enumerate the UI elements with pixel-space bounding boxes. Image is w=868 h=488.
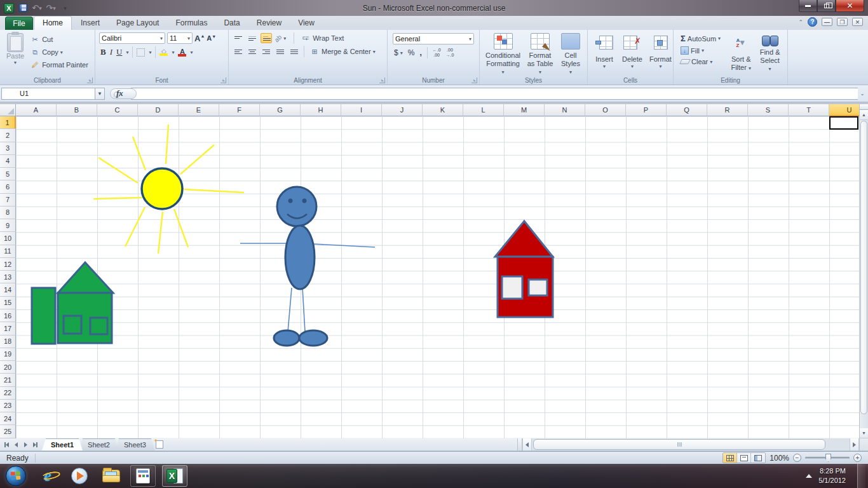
row-header-23[interactable]: 23 (0, 400, 16, 412)
start-button[interactable] (3, 465, 29, 487)
row-header-24[interactable]: 24 (0, 412, 16, 425)
font-family-select[interactable]: Calibri▾ (99, 32, 165, 44)
row-header-11[interactable]: 11 (0, 245, 16, 258)
font-color-button[interactable]: A (178, 48, 186, 57)
formula-input[interactable] (131, 88, 858, 100)
column-header-L[interactable]: L (463, 104, 504, 116)
horizontal-scroll-track[interactable] (532, 438, 850, 451)
tab-page-layout[interactable]: Page Layout (108, 17, 167, 30)
sort-filter-button[interactable]: AZ▼ Sort &Filter ▾ (727, 31, 755, 74)
column-header-A[interactable]: A (16, 104, 57, 116)
font-color-dropdown-icon[interactable]: ▾ (190, 50, 193, 55)
row-header-20[interactable]: 20 (0, 361, 16, 374)
next-sheet-button[interactable] (22, 440, 30, 449)
row-header-3[interactable]: 3 (0, 142, 16, 155)
merge-center-button[interactable]: ⊞Merge & Center▾ (309, 46, 376, 57)
tab-home[interactable]: Home (34, 16, 72, 30)
column-header-G[interactable]: G (260, 104, 301, 116)
number-dialog-launcher-icon[interactable] (471, 78, 477, 83)
name-box-dropdown-icon[interactable]: ▼ (95, 88, 105, 100)
cut-button[interactable]: ✂Cut (28, 34, 90, 45)
vertical-scrollbar[interactable]: ▲ ▼ (859, 104, 868, 438)
column-header-S[interactable]: S (748, 104, 789, 116)
column-header-I[interactable]: I (341, 104, 382, 116)
column-header-N[interactable]: N (545, 104, 585, 116)
row-header-17[interactable]: 17 (0, 322, 16, 335)
page-break-view-button[interactable] (751, 453, 765, 463)
bottom-align-button[interactable] (261, 33, 272, 43)
active-cell-selection[interactable] (829, 116, 858, 130)
row-header-2[interactable]: 2 (0, 129, 16, 142)
scroll-right-icon[interactable] (850, 438, 859, 451)
taskbar-internet-explorer[interactable]: e (35, 465, 60, 487)
row-header-12[interactable]: 12 (0, 258, 16, 271)
zoom-slider-track[interactable] (805, 457, 850, 459)
taskbar-app-window[interactable] (130, 465, 156, 487)
column-header-O[interactable]: O (585, 104, 626, 116)
minimize-button[interactable] (799, 0, 817, 12)
borders-button[interactable] (137, 48, 145, 57)
taskbar-excel[interactable]: X (162, 465, 187, 487)
clear-button[interactable]: Clear▾ (679, 57, 726, 66)
delete-cells-button[interactable]: ✗ Delete▾ (618, 31, 646, 74)
orientation-button[interactable]: ab▾ (275, 35, 286, 42)
column-header-T[interactable]: T (789, 104, 829, 116)
column-header-Q[interactable]: Q (667, 104, 707, 116)
workbook-restore-button[interactable]: ❐ (837, 18, 848, 26)
row-header-8[interactable]: 8 (0, 207, 16, 219)
sheet-tab-sheet2[interactable]: Sheet2 (79, 438, 119, 451)
align-center-button[interactable] (247, 46, 258, 57)
zoom-out-button[interactable]: − (793, 454, 801, 462)
format-painter-button[interactable]: 🖉Format Painter (28, 59, 90, 71)
row-header-22[interactable]: 22 (0, 387, 16, 400)
tab-formulas[interactable]: Formulas (167, 17, 215, 30)
underline-button[interactable]: U (116, 47, 122, 57)
format-as-table-button[interactable]: Formatas Table ▾ (524, 31, 557, 74)
clipboard-dialog-launcher-icon[interactable] (87, 78, 93, 83)
tab-file[interactable]: File (5, 17, 33, 30)
find-select-button[interactable]: Find &Select ▾ (755, 31, 785, 74)
column-header-J[interactable]: J (382, 104, 423, 116)
decrease-indent-button[interactable] (275, 46, 286, 57)
select-all-corner[interactable] (0, 104, 16, 116)
comma-style-button[interactable]: , (419, 48, 421, 57)
tab-data[interactable]: Data (215, 17, 248, 30)
horizontal-scroll-thumb[interactable] (533, 439, 825, 450)
cell-styles-button[interactable]: CellStyles ▾ (557, 31, 585, 74)
minimize-ribbon-icon[interactable]: ⌃ (798, 19, 803, 25)
page-layout-view-button[interactable] (737, 453, 751, 463)
conditional-formatting-button[interactable]: ConditionalFormatting ▾ (482, 31, 524, 74)
first-sheet-button[interactable] (3, 440, 11, 449)
name-box[interactable]: U1 (1, 88, 95, 100)
fill-button[interactable]: ↓Fill▾ (679, 46, 726, 55)
vertical-split-handle[interactable] (860, 104, 868, 110)
copy-button[interactable]: ⧉Copy▾ (28, 46, 90, 58)
paste-button[interactable]: Paste ▾ (3, 31, 28, 74)
taskbar-media-player[interactable] (67, 465, 92, 487)
tab-review[interactable]: Review (248, 17, 290, 30)
row-header-10[interactable]: 10 (0, 232, 16, 245)
middle-align-button[interactable] (247, 33, 258, 43)
column-header-D[interactable]: D (138, 104, 179, 116)
column-header-K[interactable]: K (423, 104, 463, 116)
row-header-21[interactable]: 21 (0, 374, 16, 386)
align-left-button[interactable] (233, 46, 244, 57)
decrease-decimal-button[interactable]: .00→.0 (446, 48, 454, 57)
increase-font-button[interactable]: A▲ (194, 34, 205, 43)
column-header-B[interactable]: B (57, 104, 97, 116)
taskbar-file-explorer[interactable] (98, 465, 124, 487)
font-size-select[interactable]: 11▾ (167, 32, 193, 44)
autosum-button[interactable]: ΣAutoSum▾ (679, 33, 726, 44)
fill-color-dropdown-icon[interactable]: ▾ (172, 50, 174, 55)
increase-indent-button[interactable] (288, 46, 300, 57)
increase-decimal-button[interactable]: ←.0.00 (433, 48, 441, 57)
last-sheet-button[interactable] (31, 440, 39, 449)
bold-button[interactable]: B (100, 47, 106, 57)
row-header-14[interactable]: 14 (0, 283, 16, 296)
scroll-left-icon[interactable] (522, 438, 532, 451)
column-header-P[interactable]: P (626, 104, 667, 116)
scroll-up-icon[interactable]: ▲ (860, 110, 868, 120)
workbook-close-button[interactable]: ✕ (852, 18, 863, 26)
zoom-level[interactable]: 100% (770, 454, 789, 463)
scroll-down-icon[interactable]: ▼ (860, 428, 868, 438)
